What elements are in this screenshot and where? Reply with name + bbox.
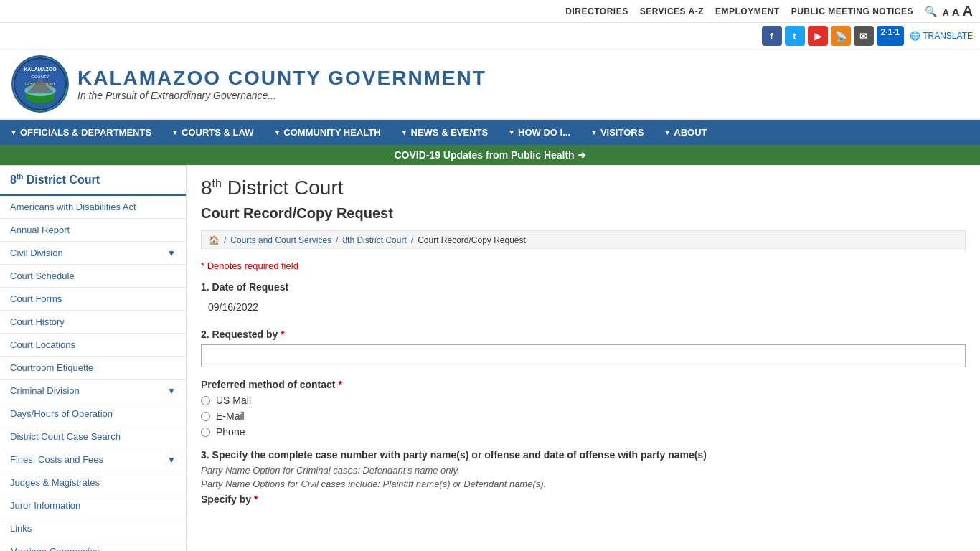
nav-news[interactable]: ▼ NEWS & EVENTS: [391, 120, 499, 145]
form-section-date: 1. Date of Request 09/16/2022: [201, 281, 966, 317]
radio-email: E-Mail: [201, 410, 966, 422]
twitter-icon[interactable]: t: [785, 26, 805, 46]
sidebar-item-ada[interactable]: Americans with Disabilities Act: [0, 196, 186, 219]
top-bar-right: 🔍 A A A: [925, 3, 973, 19]
public-meeting-link[interactable]: PUBLIC MEETING NOTICES: [791, 6, 913, 17]
chevron-down-icon: ▼: [167, 248, 176, 258]
sidebar-item-etiquette[interactable]: Courtroom Etiquette: [0, 357, 186, 380]
sidebar-item-links[interactable]: Links: [0, 517, 186, 540]
search-icon[interactable]: 🔍: [925, 6, 937, 17]
font-large[interactable]: A: [963, 3, 973, 19]
nav-how-do-i[interactable]: ▼ HOW DO I...: [498, 120, 580, 145]
county-tagline: In the Pursuit of Extraordinary Governan…: [77, 90, 486, 101]
sidebar-item-marriage[interactable]: Marriage Ceremonies: [0, 540, 186, 551]
sidebar-item-fines[interactable]: Fines, Costs and Fees ▼: [0, 448, 186, 471]
sidebar-title: 8th District Court: [0, 165, 186, 196]
breadcrumb-current: Court Record/Copy Request: [418, 235, 526, 245]
breadcrumb-home[interactable]: 🏠: [209, 235, 220, 245]
requestedby-label: 2. Requested by *: [201, 329, 966, 340]
contact-label: Preferred method of contact *: [201, 379, 966, 390]
requestedby-input[interactable]: [201, 344, 966, 367]
q3-hint2: Party Name Options for Civil cases inclu…: [201, 479, 966, 489]
radio-usmail: US Mail: [201, 395, 966, 406]
nav-officials[interactable]: ▼ OFFICIALS & DEPARTMENTS: [0, 120, 161, 145]
breadcrumb-courts[interactable]: Courts and Court Services: [230, 235, 331, 245]
breadcrumb-district[interactable]: 8th District Court: [342, 235, 406, 245]
nav-visitors[interactable]: ▼ VISITORS: [580, 120, 654, 145]
county-name: KALAMAZOO COUNTY GOVERNMENT: [77, 67, 486, 90]
sidebar-item-history[interactable]: Court History: [0, 311, 186, 334]
breadcrumb: 🏠 / Courts and Court Services / 8th Dist…: [201, 230, 966, 250]
required-note: * Denotes required field: [201, 260, 966, 271]
page-layout: 8th District Court Americans with Disabi…: [0, 165, 980, 551]
facebook-icon[interactable]: f: [762, 26, 782, 46]
page-title: 8th District Court: [201, 176, 966, 199]
font-resize: A A A: [943, 3, 973, 19]
font-small[interactable]: A: [943, 8, 949, 18]
contact-radio-group: US Mail E-Mail Phone: [201, 395, 966, 438]
youtube-icon[interactable]: ▶: [808, 26, 828, 46]
radio-phone-input[interactable]: [201, 428, 210, 437]
q3-hint1: Party Name Option for Criminal cases: De…: [201, 465, 966, 476]
font-medium[interactable]: A: [952, 6, 960, 18]
top-bar: DIRECTORIES SERVICES A-Z EMPLOYMENT PUBL…: [0, 0, 980, 23]
sidebar-item-hours[interactable]: Days/Hours of Operation: [0, 402, 186, 425]
chevron-down-icon-fines: ▼: [167, 455, 176, 465]
page-subtitle: Court Record/Copy Request: [201, 205, 966, 222]
specify-by-row: Specify by *: [201, 494, 966, 505]
county-logo: KALAMAZOO COUNTY GOVERNMENT: [11, 55, 69, 113]
logo-area: KALAMAZOO COUNTY GOVERNMENT KALAMAZOO CO…: [11, 55, 486, 113]
employment-link[interactable]: EMPLOYMENT: [715, 6, 780, 17]
top-bar-links: DIRECTORIES SERVICES A-Z EMPLOYMENT PUBL…: [565, 6, 913, 17]
chevron-down-icon-criminal: ▼: [167, 386, 176, 396]
sidebar-item-forms[interactable]: Court Forms: [0, 288, 186, 311]
nav-about[interactable]: ▼ ABOUT: [654, 120, 717, 145]
sidebar-item-case-search[interactable]: District Court Case Search: [0, 425, 186, 448]
radio-usmail-input[interactable]: [201, 396, 210, 405]
q3-question: 3. Specify the complete case number with…: [201, 449, 966, 461]
sidebar-item-annual-report[interactable]: Annual Report: [0, 219, 186, 242]
radio-email-input[interactable]: [201, 412, 210, 421]
main-content: 8th District Court Court Record/Copy Req…: [187, 165, 980, 551]
specify-label: Specify by *: [201, 494, 258, 505]
sidebar: 8th District Court Americans with Disabi…: [0, 165, 187, 551]
sidebar-item-juror[interactable]: Juror Information: [0, 494, 186, 517]
date-label: 1. Date of Request: [201, 281, 966, 293]
nav-courts[interactable]: ▼ COURTS & LAW: [161, 120, 263, 145]
form-section-requestedby: 2. Requested by *: [201, 329, 966, 367]
services-link[interactable]: SERVICES A-Z: [640, 6, 704, 17]
date-value: 09/16/2022: [201, 297, 966, 317]
svg-text:KALAMAZOO: KALAMAZOO: [24, 67, 57, 72]
sidebar-item-judges[interactable]: Judges & Magistrates: [0, 471, 186, 494]
form-section-case: 3. Specify the complete case number with…: [201, 449, 966, 505]
sidebar-item-schedule[interactable]: Court Schedule: [0, 265, 186, 288]
form-section-contact: Preferred method of contact * US Mail E-…: [201, 379, 966, 438]
main-nav: ▼ OFFICIALS & DEPARTMENTS ▼ COURTS & LAW…: [0, 120, 980, 145]
directories-link[interactable]: DIRECTORIES: [565, 6, 628, 17]
sidebar-item-criminal[interactable]: Criminal Division ▼: [0, 380, 186, 402]
dial-211[interactable]: 2·1·1: [877, 26, 905, 46]
nav-community[interactable]: ▼ COMMUNITY HEALTH: [263, 120, 390, 145]
covid-bar[interactable]: COVID-19 Updates from Public Health ➔: [0, 145, 980, 165]
sidebar-item-civil[interactable]: Civil Division ▼: [0, 242, 186, 265]
translate-link[interactable]: 🌐 TRANSLATE: [910, 31, 973, 41]
email-icon[interactable]: ✉: [854, 26, 874, 46]
radio-phone: Phone: [201, 426, 966, 438]
rss-icon[interactable]: 📡: [831, 26, 851, 46]
social-icons: f t ▶ 📡 ✉ 2·1·1: [762, 26, 905, 46]
logo-text: KALAMAZOO COUNTY GOVERNMENT In the Pursu…: [77, 67, 486, 101]
sidebar-item-locations[interactable]: Court Locations: [0, 334, 186, 357]
header: KALAMAZOO COUNTY GOVERNMENT KALAMAZOO CO…: [0, 50, 980, 120]
